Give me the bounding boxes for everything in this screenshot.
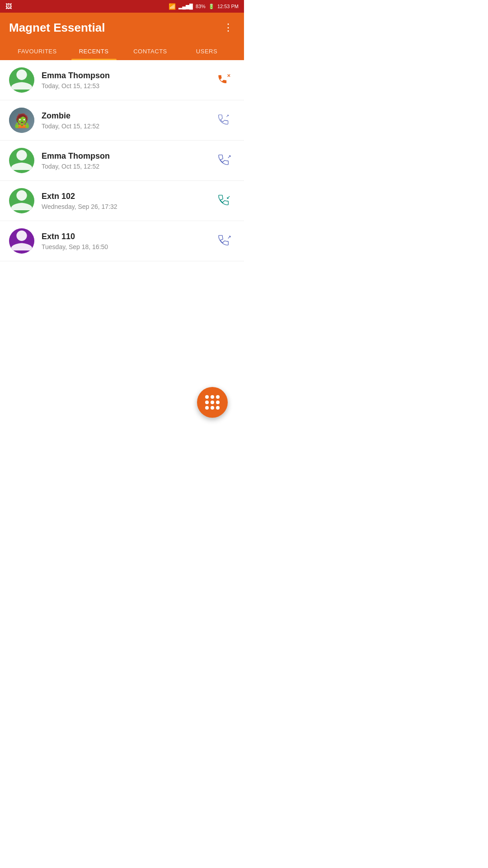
svg-text:↙: ↙: [226, 195, 230, 200]
incoming-call-icon: ↙: [218, 193, 232, 208]
svg-text:↗: ↗: [227, 154, 231, 159]
avatar: [9, 148, 34, 173]
avatar: [9, 228, 34, 254]
call-type-icon[interactable]: ↗: [215, 110, 235, 130]
status-bar-left: 🖼: [5, 3, 12, 10]
contact-name: Emma Thompson: [42, 151, 215, 161]
call-info: Zombie Today, Oct 15, 12:52: [42, 111, 215, 130]
tab-bar: FAVOURITES RECENTS CONTACTS USERS: [9, 42, 235, 60]
call-time: Today, Oct 15, 12:52: [42, 123, 215, 130]
signal-icon: ▂▄▆█: [178, 4, 193, 9]
contact-name: Emma Thompson: [42, 71, 215, 80]
header-top: Magnet Essential ⋮: [9, 20, 235, 35]
svg-text:↗: ↗: [227, 235, 231, 240]
list-item[interactable]: Extn 102 Wednesday, Sep 26, 17:32 ↙: [0, 181, 244, 221]
missed-call-icon: ✕: [218, 73, 232, 87]
call-time: Today, Oct 15, 12:52: [42, 163, 215, 170]
status-bar: 🖼 📶 ▂▄▆█ 83% 🔋 12:53 PM: [0, 0, 244, 13]
tab-contacts[interactable]: CONTACTS: [122, 42, 178, 60]
outgoing-call-icon: ↗: [218, 153, 232, 168]
call-time: Today, Oct 15, 12:53: [42, 82, 215, 90]
avatar: [9, 188, 34, 213]
person-icon: [9, 148, 34, 173]
contact-name: Extn 110: [42, 232, 215, 241]
more-options-icon[interactable]: ⋮: [221, 20, 235, 35]
outgoing-call-icon: ↗: [218, 113, 232, 127]
dialpad-icon: [205, 395, 220, 410]
battery-level: 83%: [196, 4, 206, 9]
call-type-icon[interactable]: ↗: [215, 231, 235, 251]
call-info: Emma Thompson Today, Oct 15, 12:52: [42, 151, 215, 170]
contact-name: Extn 102: [42, 192, 215, 201]
zombie-photo: 🧟: [9, 108, 34, 133]
list-item[interactable]: Emma Thompson Today, Oct 15, 12:52 ↗: [0, 141, 244, 181]
call-list: Emma Thompson Today, Oct 15, 12:53 ✕ 🧟 Z…: [0, 60, 244, 261]
list-item[interactable]: Extn 110 Tuesday, Sep 18, 16:50 ↗: [0, 221, 244, 261]
battery-icon: 🔋: [208, 4, 215, 9]
list-item[interactable]: Emma Thompson Today, Oct 15, 12:53 ✕: [0, 60, 244, 100]
list-item[interactable]: 🧟 Zombie Today, Oct 15, 12:52 ↗: [0, 100, 244, 141]
clock: 12:53 PM: [217, 4, 239, 9]
tab-users[interactable]: USERS: [178, 42, 235, 60]
header: Magnet Essential ⋮ FAVOURITES RECENTS CO…: [0, 13, 244, 60]
gallery-icon: 🖼: [5, 3, 12, 10]
call-info: Extn 102 Wednesday, Sep 26, 17:32: [42, 192, 215, 210]
svg-text:↗: ↗: [226, 114, 229, 118]
call-type-icon[interactable]: ↙: [215, 191, 235, 211]
avatar: [9, 67, 34, 93]
wifi-icon: 📶: [169, 3, 176, 10]
avatar: 🧟: [9, 108, 34, 133]
person-icon: [9, 67, 34, 93]
call-info: Emma Thompson Today, Oct 15, 12:53: [42, 71, 215, 90]
call-info: Extn 110 Tuesday, Sep 18, 16:50: [42, 232, 215, 250]
call-type-icon[interactable]: ↗: [215, 151, 235, 170]
dialpad-fab[interactable]: [197, 387, 228, 418]
app-title: Magnet Essential: [9, 21, 105, 35]
call-time: Wednesday, Sep 26, 17:32: [42, 203, 215, 210]
svg-text:✕: ✕: [227, 73, 230, 78]
status-bar-right: 📶 ▂▄▆█ 83% 🔋 12:53 PM: [169, 3, 239, 10]
person-icon: [9, 228, 34, 254]
contact-name: Zombie: [42, 111, 215, 121]
call-time: Tuesday, Sep 18, 16:50: [42, 243, 215, 250]
tab-recents[interactable]: RECENTS: [66, 42, 122, 60]
call-type-icon[interactable]: ✕: [215, 70, 235, 90]
person-icon: [9, 188, 34, 213]
outgoing-call-icon: ↗: [218, 234, 232, 248]
tab-favourites[interactable]: FAVOURITES: [9, 42, 66, 60]
